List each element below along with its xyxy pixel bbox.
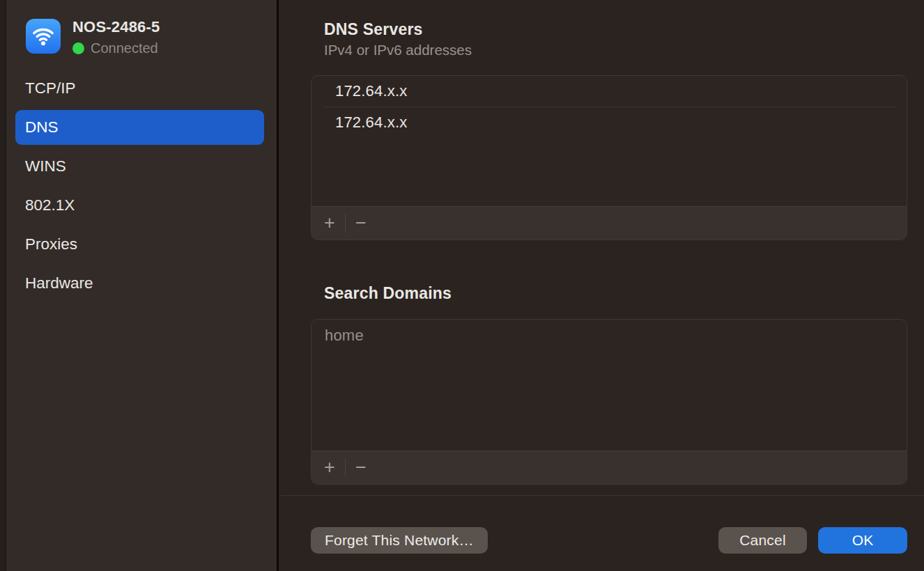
sidebar-nav: TCP/IP DNS WINS 802.1X Proxies Hardware [0, 69, 277, 303]
add-search-domain-button[interactable]: + [314, 451, 345, 485]
forget-network-button[interactable]: Forget This Network… [311, 527, 488, 554]
sidebar: NOS-2486-5 Connected TCP/IP DNS WINS 802… [0, 0, 279, 571]
dns-servers-heading: DNS Servers [324, 20, 423, 39]
status-dot-icon [72, 42, 84, 54]
content-pane: DNS Servers IPv4 or IPv6 addresses 172.6… [281, 0, 924, 571]
footer-divider [281, 495, 924, 496]
search-domains-heading: Search Domains [324, 284, 452, 303]
dns-servers-list: 172.64.x.x 172.64.x.x + − [311, 75, 907, 240]
network-header: NOS-2486-5 Connected [0, 0, 277, 70]
remove-search-domain-button[interactable]: − [346, 451, 376, 485]
sidebar-item-8021x[interactable]: 802.1X [0, 186, 277, 225]
wifi-icon [26, 19, 61, 54]
add-dns-server-button[interactable]: + [314, 207, 345, 240]
sidebar-item-tcpip[interactable]: TCP/IP [0, 69, 277, 108]
sidebar-item-wins[interactable]: WINS [0, 147, 277, 186]
remove-dns-server-button[interactable]: − [346, 207, 376, 240]
dns-servers-subheading: IPv4 or IPv6 addresses [324, 42, 472, 58]
cancel-button[interactable]: Cancel [718, 527, 807, 554]
sidebar-item-hardware[interactable]: Hardware [0, 264, 277, 303]
ok-button[interactable]: OK [818, 527, 907, 554]
dns-servers-footer: + − [311, 206, 907, 240]
sidebar-item-proxies[interactable]: Proxies [0, 225, 277, 264]
status-text: Connected [91, 40, 158, 56]
network-status: Connected [72, 40, 158, 56]
dns-server-row[interactable]: 172.64.x.x [311, 76, 907, 107]
search-domains-rows: home [311, 320, 907, 352]
network-name: NOS-2486-5 [72, 18, 160, 36]
dns-servers-rows: 172.64.x.x 172.64.x.x [311, 76, 907, 138]
search-domains-footer: + − [311, 451, 907, 484]
search-domain-row[interactable]: home [311, 320, 907, 352]
network-details-dialog: NOS-2486-5 Connected TCP/IP DNS WINS 802… [0, 0, 924, 571]
search-domains-list: home + − [311, 319, 907, 485]
dns-server-row[interactable]: 172.64.x.x [311, 107, 907, 138]
sidebar-item-dns[interactable]: DNS [15, 110, 264, 145]
